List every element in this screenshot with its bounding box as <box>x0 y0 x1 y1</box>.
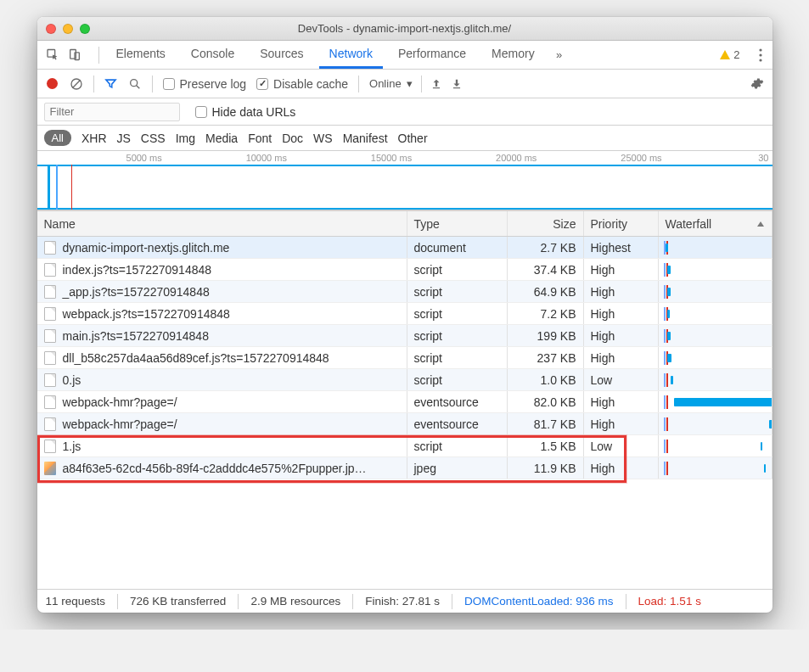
request-size: 1.0 KB <box>508 369 584 390</box>
request-name: a84f63e5-62cd-456b-89f4-c2adddc4e575%2Fp… <box>63 462 367 475</box>
disable-cache-label: Disable cache <box>273 77 348 91</box>
type-filter-manifest[interactable]: Manifest <box>343 132 388 145</box>
timeline-overview[interactable]: 5000 ms 10000 ms 15000 ms 20000 ms 25000… <box>37 151 772 210</box>
request-type: script <box>407 259 508 280</box>
document-file-icon <box>44 241 56 255</box>
tab-elements[interactable]: Elements <box>106 41 176 69</box>
image-file-icon <box>44 462 56 475</box>
upload-icon[interactable] <box>430 78 442 90</box>
panel-tabs: Elements Console Sources Network Perform… <box>106 41 714 69</box>
type-filter-xhr[interactable]: XHR <box>81 132 107 145</box>
filter-row: Hide data URLs <box>37 98 772 126</box>
request-name: main.js?ts=1572270914848 <box>63 329 209 343</box>
table-row[interactable]: main.js?ts=1572270914848 script 199 KB H… <box>37 325 772 347</box>
download-icon[interactable] <box>451 78 463 90</box>
timeline-tick: 25000 ms <box>537 153 661 165</box>
request-priority: High <box>584 325 659 346</box>
request-name: _app.js?ts=1572270914848 <box>63 285 210 299</box>
tab-memory[interactable]: Memory <box>481 41 545 69</box>
table-row[interactable]: _app.js?ts=1572270914848 script 64.9 KB … <box>37 281 772 303</box>
preserve-log-checkbox[interactable]: Preserve log <box>163 77 247 91</box>
table-row[interactable]: webpack-hmr?page=/ eventsource 81.7 KB H… <box>37 413 772 435</box>
type-filter-media[interactable]: Media <box>205 132 238 145</box>
svg-rect-11 <box>453 87 460 88</box>
tab-performance[interactable]: Performance <box>388 41 476 69</box>
tab-console[interactable]: Console <box>181 41 244 69</box>
search-icon[interactable] <box>128 77 142 91</box>
table-row[interactable]: index.js?ts=1572270914848 script 37.4 KB… <box>37 259 772 281</box>
filter-input[interactable] <box>44 103 180 121</box>
tab-network[interactable]: Network <box>319 41 383 69</box>
warnings-badge[interactable]: 2 <box>720 48 739 61</box>
hide-data-urls-checkbox[interactable]: Hide data URLs <box>195 105 296 119</box>
timeline-tick: 20000 ms <box>412 153 537 165</box>
request-table: Name Type Size Priority Waterfall dynami… <box>37 210 772 589</box>
clear-button[interactable] <box>70 77 83 91</box>
hide-data-urls-label: Hide data URLs <box>212 105 296 119</box>
request-priority: High <box>584 281 659 302</box>
type-filter-ws[interactable]: WS <box>313 132 333 145</box>
request-name: 0.js <box>63 373 81 387</box>
kebab-menu-icon[interactable] <box>759 48 762 62</box>
type-filter-img[interactable]: Img <box>176 132 195 145</box>
table-body: dynamic-import-nextjs.glitch.me document… <box>37 237 772 589</box>
window-maximize-button[interactable] <box>80 24 90 34</box>
type-filter-doc[interactable]: Doc <box>282 132 303 145</box>
request-name: 1.js <box>63 440 81 453</box>
col-name[interactable]: Name <box>37 211 407 236</box>
preserve-log-label: Preserve log <box>180 77 247 91</box>
document-file-icon <box>44 263 56 277</box>
request-priority: High <box>584 303 659 324</box>
type-filter-js[interactable]: JS <box>117 132 131 145</box>
disable-cache-checkbox[interactable]: Disable cache <box>256 77 348 91</box>
table-row[interactable]: dynamic-import-nextjs.glitch.me document… <box>37 237 772 259</box>
request-name: dynamic-import-nextjs.glitch.me <box>63 241 230 255</box>
panel-tabstrip: Elements Console Sources Network Perform… <box>37 41 772 70</box>
request-waterfall <box>659 237 772 258</box>
table-row[interactable]: webpack-hmr?page=/ eventsource 82.0 KB H… <box>37 391 772 413</box>
network-settings-icon[interactable] <box>750 77 764 91</box>
table-row[interactable]: webpack.js?ts=1572270914848 script 7.2 K… <box>37 303 772 325</box>
throttling-select[interactable]: Online ▾ <box>369 76 463 92</box>
request-name: dll_b58c257da4aa56d89cef.js?ts=157227091… <box>63 351 329 365</box>
request-name: webpack.js?ts=1572270914848 <box>63 307 230 321</box>
request-priority: Low <box>584 435 659 456</box>
status-finish: Finish: 27.81 s <box>365 595 440 608</box>
col-size[interactable]: Size <box>508 211 584 236</box>
svg-point-5 <box>759 59 761 61</box>
col-type[interactable]: Type <box>407 211 508 236</box>
tab-sources[interactable]: Sources <box>250 41 313 69</box>
inspect-element-icon[interactable] <box>46 48 59 62</box>
request-size: 7.2 KB <box>508 303 584 324</box>
type-filter-all[interactable]: All <box>44 130 71 146</box>
type-filter-css[interactable]: CSS <box>141 132 166 145</box>
window-close-button[interactable] <box>46 24 56 34</box>
document-file-icon <box>44 307 56 321</box>
col-priority[interactable]: Priority <box>584 211 659 236</box>
table-row[interactable]: a84f63e5-62cd-456b-89f4-c2adddc4e575%2Fp… <box>37 457 772 479</box>
svg-point-8 <box>130 79 137 86</box>
table-row[interactable]: 1.js script 1.5 KB Low <box>37 435 772 457</box>
filter-icon[interactable] <box>104 77 118 91</box>
request-type: script <box>407 281 508 302</box>
network-toolbar: Preserve log Disable cache Online ▾ <box>37 70 772 98</box>
type-filter-font[interactable]: Font <box>248 132 272 145</box>
device-toggle-icon[interactable] <box>68 48 81 62</box>
document-file-icon <box>44 329 56 343</box>
request-priority: Highest <box>584 237 659 258</box>
record-button[interactable] <box>46 77 59 91</box>
request-name: webpack-hmr?page=/ <box>63 417 177 431</box>
more-tabs-button[interactable]: » <box>550 48 569 61</box>
timeline-tick: 5000 ms <box>37 153 162 165</box>
table-row[interactable]: dll_b58c257da4aa56d89cef.js?ts=157227091… <box>37 347 772 369</box>
request-size: 11.9 KB <box>508 457 584 479</box>
table-row[interactable]: 0.js script 1.0 KB Low <box>37 369 772 391</box>
request-type: eventsource <box>407 391 508 412</box>
request-priority: High <box>584 391 659 412</box>
window-minimize-button[interactable] <box>63 24 73 34</box>
col-waterfall[interactable]: Waterfall <box>659 211 772 236</box>
request-size: 64.9 KB <box>508 281 584 302</box>
svg-point-3 <box>759 48 761 51</box>
type-filter-other[interactable]: Other <box>398 132 428 145</box>
request-waterfall <box>659 281 772 302</box>
